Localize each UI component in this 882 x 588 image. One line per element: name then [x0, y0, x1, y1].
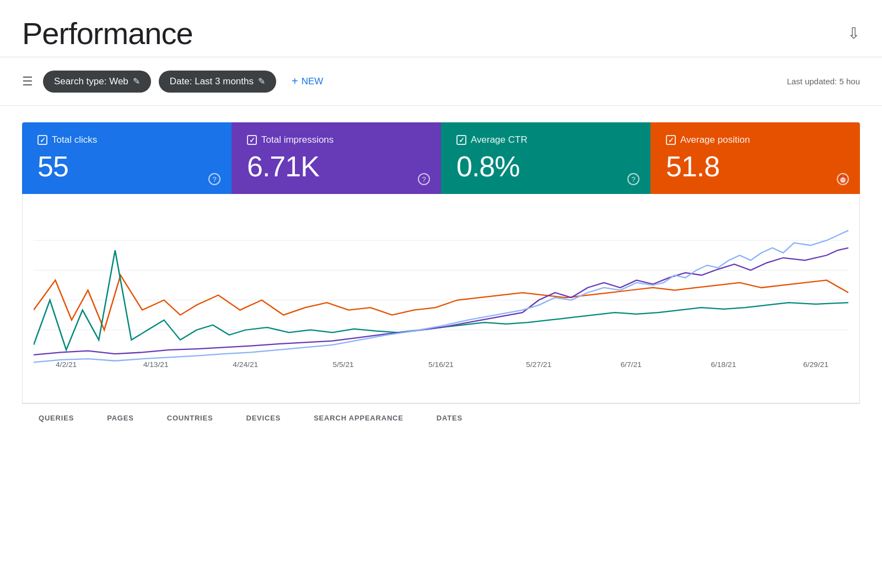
metric-checkbox[interactable]: [456, 135, 466, 145]
metric-value: 0.8%: [456, 151, 635, 182]
metric-value: 6.71K: [247, 151, 426, 182]
bottom-tabs: QUERIES PAGES COUNTRIES DEVICES SEARCH A…: [22, 403, 860, 434]
edit-icon: ✎: [133, 76, 140, 87]
metric-card-average-position[interactable]: Average position 51.8 ⏰: [650, 122, 860, 194]
tab-devices[interactable]: DEVICES: [229, 404, 297, 434]
svg-text:4/2/21: 4/2/21: [56, 361, 77, 369]
tab-queries[interactable]: QUERIES: [22, 404, 90, 434]
search-type-chip[interactable]: Search type: Web ✎: [43, 71, 151, 93]
svg-text:4/24/21: 4/24/21: [233, 361, 258, 369]
date-chip[interactable]: Date: Last 3 months ✎: [159, 71, 276, 93]
toolbar: ☰ Search type: Web ✎ Date: Last 3 months…: [0, 57, 882, 106]
svg-text:6/29/21: 6/29/21: [803, 361, 829, 369]
metric-cards: Total clicks 55 ? Total impressions 6.71…: [22, 122, 860, 194]
filter-icon[interactable]: ☰: [22, 74, 33, 89]
tab-search-appearance[interactable]: SEARCH APPEARANCE: [297, 404, 420, 434]
download-icon[interactable]: ⇩: [847, 24, 860, 42]
metric-label-text: Total impressions: [261, 134, 334, 145]
help-icon[interactable]: ?: [418, 173, 430, 185]
clock-icon[interactable]: ⏰: [837, 173, 849, 185]
metric-checkbox[interactable]: [666, 135, 676, 145]
metric-label: Total impressions: [247, 134, 426, 145]
metric-label-text: Total clicks: [52, 134, 97, 145]
svg-text:5/16/21: 5/16/21: [428, 361, 454, 369]
last-updated-text: Last updated: 5 hou: [787, 77, 860, 86]
svg-text:6/18/21: 6/18/21: [711, 361, 736, 369]
performance-chart: 4/2/21 4/13/21 4/24/21 5/5/21 5/16/21 5/…: [34, 211, 848, 370]
edit-icon: ✎: [258, 76, 265, 87]
metric-checkbox[interactable]: [37, 135, 47, 145]
svg-text:5/5/21: 5/5/21: [332, 361, 353, 369]
svg-text:5/27/21: 5/27/21: [526, 361, 551, 369]
tab-countries[interactable]: COUNTRIES: [150, 404, 230, 434]
date-label: Date: Last 3 months: [170, 76, 254, 87]
chart-container: 4/2/21 4/13/21 4/24/21 5/5/21 5/16/21 5/…: [22, 194, 860, 403]
metric-checkbox[interactable]: [247, 135, 257, 145]
tab-pages[interactable]: PAGES: [90, 404, 150, 434]
new-button-label: NEW: [302, 76, 324, 87]
metric-label-text: Average position: [680, 134, 750, 145]
new-button[interactable]: + NEW: [284, 69, 331, 93]
metric-card-total-impressions[interactable]: Total impressions 6.71K ?: [232, 122, 441, 194]
help-icon[interactable]: ?: [627, 173, 639, 185]
metric-card-total-clicks[interactable]: Total clicks 55 ?: [22, 122, 232, 194]
tab-dates[interactable]: DATES: [420, 404, 479, 434]
search-type-label: Search type: Web: [54, 76, 128, 87]
help-icon[interactable]: ?: [208, 173, 220, 185]
svg-text:4/13/21: 4/13/21: [143, 361, 169, 369]
metric-card-average-ctr[interactable]: Average CTR 0.8% ?: [441, 122, 650, 194]
metric-value: 55: [37, 151, 216, 182]
page-header: Performance ⇩: [0, 0, 882, 57]
metric-label: Average position: [666, 134, 845, 145]
plus-icon: +: [292, 75, 298, 88]
metric-label: Total clicks: [37, 134, 216, 145]
svg-text:6/7/21: 6/7/21: [621, 361, 642, 369]
metric-value: 51.8: [666, 151, 845, 182]
metric-label-text: Average CTR: [471, 134, 528, 145]
metric-label: Average CTR: [456, 134, 635, 145]
page-title: Performance: [22, 15, 193, 51]
